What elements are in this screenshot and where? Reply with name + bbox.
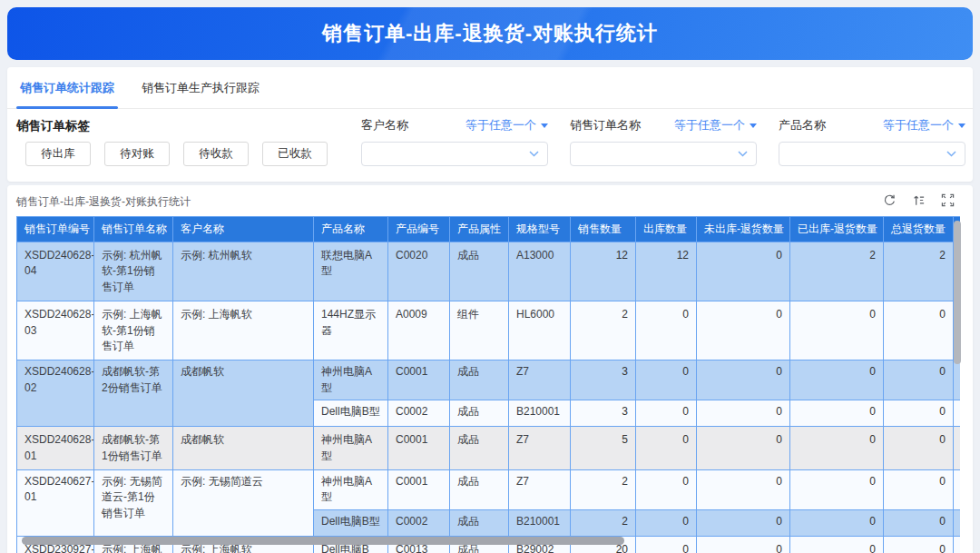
order-name-cell: 示例: 无锡简道云-第1份销售订单 [94,469,173,536]
column-header: 销售数量 [571,217,636,242]
sales-qty-cell: 5 [571,427,636,470]
clipped-overflow-cell [954,400,961,427]
order-code-cell: XSDD240628-02 [17,360,94,427]
product-name-select[interactable] [779,142,965,166]
total-return-qty-cell: 0 [884,427,954,470]
outbound-qty-cell: 0 [636,301,697,360]
product-code-cell: C0002 [388,509,450,536]
product-attr-cell: 组件 [450,301,509,360]
customer-name-operator[interactable]: 等于任意一个 [466,117,548,133]
product-attr-cell: 成品 [450,469,509,509]
spec-model-cell: A13000 [509,242,571,301]
order-tag-buttons: 待出库 待对账 待收款 已收款 [16,142,341,166]
column-header: 总退货数量 [884,217,954,242]
total-return-qty-cell: 0 [884,400,954,427]
outbound-return-qty-cell: 0 [790,400,884,427]
product-attr-cell: 成品 [450,509,509,536]
sales-order-name-select[interactable] [570,142,757,166]
not-outbound-return-qty-cell: 0 [697,242,790,301]
product-name-cell: 144HZ显示器 [314,301,388,360]
product-name-cell: Dell电脑B型 [314,400,388,427]
filter-zone: 销售订单标签 待出库 待对账 待收款 已收款 客户名称 等于任意一个 销售订单名… [7,109,973,181]
total-return-qty-cell: 0 [884,469,954,509]
customer-name-cell: 示例: 无锡简道云 [173,469,314,536]
tab-label: 销售订单统计跟踪 [20,80,114,96]
sales-qty-cell: 3 [571,400,636,427]
total-return-qty-cell: 0 [884,301,954,360]
tab-sales-order-production[interactable]: 销售订单生产执行跟踪 [138,67,263,108]
table-toolbar [867,193,955,207]
row-sort-icon[interactable] [912,193,926,207]
sales-qty-cell: 12 [571,242,636,301]
operator-label: 等于任意一个 [674,117,745,133]
refresh-icon[interactable] [883,193,897,207]
clipped-overflow-cell [954,427,961,470]
sales-order-name-operator[interactable]: 等于任意一个 [674,117,757,133]
tag-button-pending-reconcile[interactable]: 待对账 [104,142,170,166]
product-name-filter: 产品名称 等于任意一个 [779,116,965,166]
not-outbound-return-qty-cell: 0 [697,301,790,360]
total-return-qty-cell: 0 [884,360,954,400]
spec-model-cell: Z7 [509,427,571,470]
fullscreen-icon[interactable] [941,193,955,207]
order-code-cell: XSDD240627-01 [17,469,94,536]
outbound-qty-cell: 0 [636,427,697,470]
statistics-table-wrapper: 销售订单编号销售订单名称客户名称产品名称产品编号产品属性规格型号销售数量出库数量… [16,216,960,553]
product-code-cell: A0009 [388,301,450,360]
table-row[interactable]: XSDD240628-03示例: 上海帆软-第1份销售订单示例: 上海帆软144… [17,301,961,360]
outbound-return-qty-cell: 0 [790,469,884,509]
table-row[interactable]: XSDD240628-04示例: 杭州帆软-第1份销售订单示例: 杭州帆软联想电… [17,242,961,301]
outbound-return-qty-cell: 0 [790,360,884,400]
not-outbound-return-qty-cell: 0 [697,509,790,536]
outbound-return-qty-cell: 0 [790,301,884,360]
total-return-qty-cell: 0 [884,536,954,553]
outbound-qty-cell: 0 [636,536,697,553]
table-row[interactable]: XSDD240628-02成都帆软-第2份销售订单成都帆软神州电脑A型C0001… [17,360,961,400]
horizontal-scrollbar-thumb[interactable] [22,537,624,545]
operator-label: 等于任意一个 [466,117,536,133]
customer-name-cell: 示例: 上海帆软 [173,301,314,360]
outbound-return-qty-cell: 0 [790,427,884,470]
tab-bar: 销售订单统计跟踪 销售订单生产执行跟踪 [7,67,973,109]
tag-button-pending-outbound[interactable]: 待出库 [25,142,91,166]
not-outbound-return-qty-cell: 0 [697,427,790,470]
customer-name-cell: 成都帆软 [173,360,314,427]
product-name-cell: 神州电脑A型 [314,427,388,470]
column-header: 客户名称 [173,217,314,242]
order-name-cell: 示例: 杭州帆软-第1份销售订单 [94,242,173,301]
outbound-qty-cell: 0 [636,509,697,536]
chevron-down-icon [946,151,956,157]
tag-button-pending-payment[interactable]: 待收款 [183,142,249,166]
customer-name-cell: 成都帆软 [173,427,314,470]
spec-model-cell: B210001 [509,400,571,427]
clipped-overflow-cell [954,469,961,509]
tab-sales-order-statistics[interactable]: 销售订单统计跟踪 [16,67,118,108]
clipped-overflow-cell [954,536,961,553]
customer-name-cell: 示例: 杭州帆软 [173,242,314,301]
not-outbound-return-qty-cell: 0 [697,536,790,553]
outbound-qty-cell: 12 [636,242,697,301]
sales-qty-cell: 2 [571,301,636,360]
product-code-cell: C0020 [388,242,450,301]
vertical-scrollbar-thumb[interactable] [954,221,961,364]
outbound-qty-cell: 0 [636,360,697,400]
order-code-cell: XSDD240628-03 [17,301,94,360]
page-title: 销售订单-出库-退换货-对账执行统计 [322,20,658,47]
customer-name-select[interactable] [361,142,548,166]
order-name-cell: 成都帆软-第2份销售订单 [94,360,173,427]
total-return-qty-cell: 0 [884,509,954,536]
product-code-cell: C0002 [388,400,450,427]
table-card-header: 销售订单-出库-退换货-对账执行统计 [7,185,973,216]
column-header: 销售订单名称 [94,217,173,242]
table-row[interactable]: XSDD240627-01示例: 无锡简道云-第1份销售订单示例: 无锡简道云神… [17,469,961,509]
order-name-cell: 示例: 上海帆软-第1份销售订单 [94,301,173,360]
table-row[interactable]: XSDD240628-01成都帆软-第1份销售订单成都帆软神州电脑A型C0001… [17,427,961,470]
tabs-and-filters-card: 销售订单统计跟踪 销售订单生产执行跟踪 销售订单标签 待出库 待对账 待收款 已… [7,67,973,182]
order-code-cell: XSDD240628-04 [17,242,94,301]
outbound-qty-cell: 0 [636,400,697,427]
sales-order-name-filter: 销售订单名称 等于任意一个 [570,116,757,166]
tag-button-paid[interactable]: 已收款 [262,142,328,166]
table-card-title: 销售订单-出库-退换货-对账执行统计 [16,194,191,210]
outbound-return-qty-cell: 2 [790,242,884,301]
product-name-operator[interactable]: 等于任意一个 [883,117,965,133]
